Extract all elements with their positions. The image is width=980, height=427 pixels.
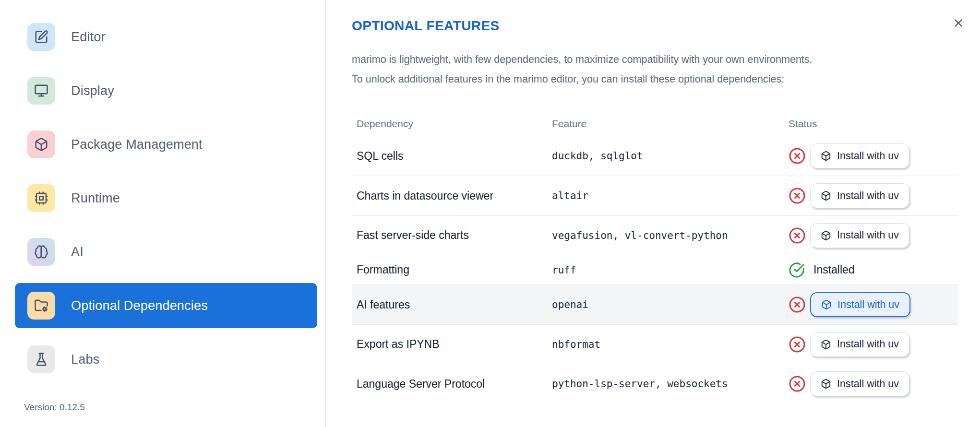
- install-button-label: Install with uv: [837, 229, 899, 241]
- feature-cell: altair: [547, 190, 784, 202]
- feature-cell: python-lsp-server, websockets: [547, 378, 784, 390]
- circle-x-icon: [789, 227, 806, 244]
- circle-x-icon: [789, 336, 806, 353]
- sidebar-item-labs[interactable]: Labs: [15, 337, 317, 382]
- package-icon: [27, 130, 55, 158]
- feature-cell: ruff: [547, 264, 784, 276]
- close-button[interactable]: [948, 12, 969, 34]
- install-button-label: Install with uv: [837, 150, 899, 162]
- monitor-icon: [27, 77, 55, 105]
- sidebar-item-label: Optional Dependencies: [71, 298, 208, 313]
- table-row: SQL cells duckdb, sqlglot Install with u…: [352, 136, 958, 176]
- package-icon: [821, 190, 831, 201]
- close-icon: [952, 17, 965, 29]
- dependency-cell: Export as IPYNB: [352, 338, 547, 351]
- table-row: Fast server-side charts vegafusion, vl-c…: [352, 216, 958, 255]
- install-with-uv-button[interactable]: Install with uv: [810, 143, 909, 168]
- sidebar-item-label: Runtime: [71, 191, 120, 206]
- column-header-feature: Feature: [547, 118, 784, 130]
- table-row: Export as IPYNB nbformat Install with uv: [352, 325, 958, 364]
- table-header-row: Dependency Feature Status: [352, 111, 958, 136]
- install-with-uv-button[interactable]: Install with uv: [810, 371, 909, 396]
- circle-x-icon: [789, 147, 806, 165]
- page-title: OPTIONAL FEATURES: [352, 18, 500, 34]
- sidebar-item-label: Display: [71, 83, 114, 98]
- install-button-label: Install with uv: [837, 299, 899, 311]
- table-row: AI features openai Install with uv: [352, 285, 958, 325]
- column-header-status: Status: [784, 118, 817, 130]
- dependency-cell: Formatting: [352, 263, 547, 276]
- table-row: Formatting ruff Installed: [352, 255, 958, 285]
- sidebar-item-display[interactable]: Display: [15, 68, 317, 113]
- status-cell: Installed: [784, 262, 958, 278]
- sidebar-item-label: Labs: [71, 352, 99, 367]
- version-label: Version: 0.12.5: [24, 402, 85, 413]
- sidebar-item-runtime[interactable]: Runtime: [15, 176, 317, 221]
- sidebar-item-label: Editor: [71, 30, 106, 45]
- table-row: Charts in datasource viewer altair Insta…: [352, 176, 958, 216]
- installed-status-label: Installed: [813, 263, 855, 276]
- dependency-cell: Language Server Protocol: [352, 378, 547, 391]
- table-row: Language Server Protocol python-lsp-serv…: [352, 364, 958, 403]
- circle-x-icon: [789, 375, 806, 392]
- cpu-icon: [27, 184, 55, 212]
- folder-cog-icon: [27, 292, 55, 320]
- dependencies-table: Dependency Feature Status SQL cells duck…: [352, 111, 958, 403]
- dependency-cell: SQL cells: [352, 150, 547, 163]
- column-header-dependency: Dependency: [352, 118, 547, 130]
- install-with-uv-button[interactable]: Install with uv: [810, 223, 909, 248]
- sidebar-item-editor[interactable]: Editor: [15, 14, 317, 59]
- package-icon: [821, 230, 831, 241]
- status-cell: Install with uv: [784, 371, 958, 396]
- feature-cell: nbformat: [547, 339, 784, 350]
- status-cell: Install with uv: [784, 143, 958, 168]
- panel-description: marimo is lightweight, with few dependen…: [352, 50, 971, 89]
- install-button-label: Install with uv: [837, 338, 899, 350]
- optional-features-panel: OPTIONAL FEATURES marimo is lightweight,…: [326, 0, 980, 427]
- sidebar-item-ai[interactable]: AI: [15, 229, 317, 274]
- install-with-uv-button[interactable]: Install with uv: [810, 332, 909, 357]
- status-cell: Install with uv: [784, 223, 958, 248]
- install-with-uv-button[interactable]: Install with uv: [810, 183, 909, 208]
- install-with-uv-button-focused[interactable]: Install with uv: [810, 292, 910, 317]
- install-button-label: Install with uv: [837, 190, 899, 202]
- package-icon: [821, 151, 831, 161]
- sidebar-item-package-management[interactable]: Package Management: [15, 122, 317, 167]
- brain-icon: [27, 238, 55, 266]
- settings-dialog: Editor Display Package Management Runtim…: [0, 0, 980, 427]
- package-icon: [821, 299, 832, 310]
- square-pen-icon: [27, 23, 55, 51]
- install-button-label: Install with uv: [837, 378, 899, 390]
- dependency-cell: Fast server-side charts: [352, 229, 547, 242]
- sidebar-item-label: AI: [71, 245, 84, 260]
- dependency-cell: Charts in datasource viewer: [352, 190, 547, 202]
- feature-cell: openai: [547, 299, 784, 310]
- package-icon: [821, 339, 831, 350]
- flask-icon: [27, 345, 55, 373]
- sidebar-item-optional-dependencies[interactable]: Optional Dependencies: [15, 283, 317, 328]
- status-cell: Install with uv: [784, 292, 958, 317]
- status-cell: Install with uv: [784, 183, 958, 208]
- settings-sidebar: Editor Display Package Management Runtim…: [0, 0, 325, 427]
- feature-cell: duckdb, sqlglot: [547, 150, 784, 162]
- dependency-cell: AI features: [352, 298, 547, 311]
- circle-x-icon: [789, 296, 806, 313]
- sidebar-item-label: Package Management: [71, 137, 203, 152]
- circle-check-icon: [789, 262, 805, 278]
- status-cell: Install with uv: [784, 332, 958, 357]
- package-icon: [821, 379, 831, 389]
- feature-cell: vegafusion, vl-convert-python: [547, 230, 784, 241]
- circle-x-icon: [789, 187, 806, 204]
